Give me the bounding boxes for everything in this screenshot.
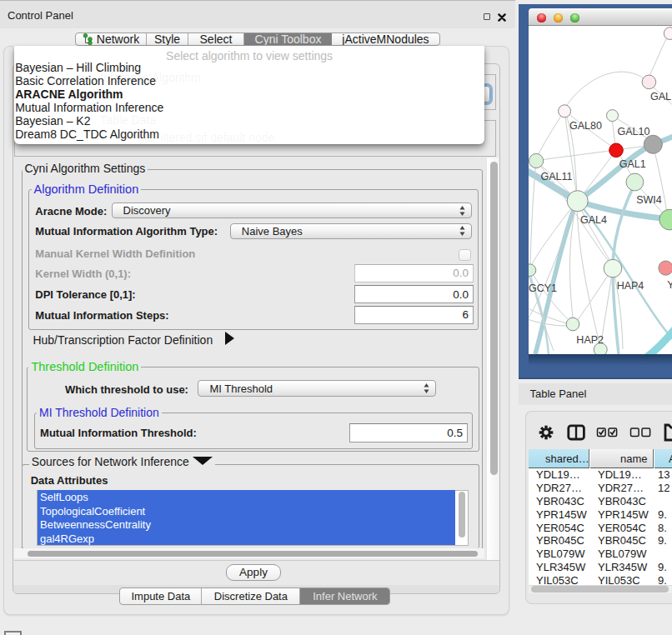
svg-text:GAL: GAL — [650, 91, 671, 102]
svg-text:GAL1: GAL1 — [619, 158, 646, 170]
svg-text:HAP4: HAP4 — [617, 280, 644, 292]
svg-text:SWI4: SWI4 — [636, 194, 662, 206]
svg-text:GAL4: GAL4 — [580, 214, 607, 226]
svg-text:HAP2: HAP2 — [576, 334, 604, 346]
svg-text:GAL11: GAL11 — [541, 171, 573, 182]
svg-text:GAL80: GAL80 — [569, 120, 602, 132]
svg-text:GAL10: GAL10 — [618, 126, 650, 138]
svg-text:GCY1: GCY1 — [529, 282, 557, 294]
svg-text:Y: Y — [667, 279, 672, 291]
